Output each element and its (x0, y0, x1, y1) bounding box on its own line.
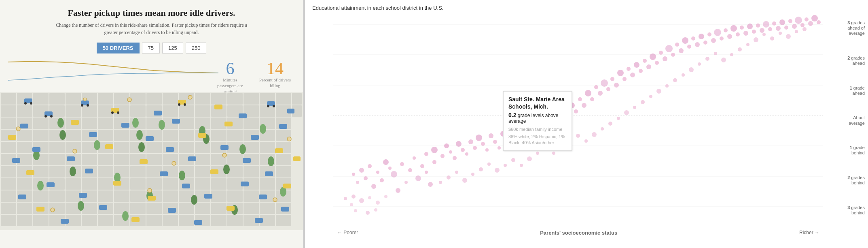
svg-point-435 (808, 21, 813, 26)
svg-rect-113 (33, 166, 49, 177)
svg-point-328 (420, 164, 424, 168)
svg-point-311 (352, 173, 355, 176)
svg-point-441 (462, 178, 467, 183)
svg-point-388 (617, 70, 624, 76)
svg-point-280 (287, 137, 291, 141)
svg-point-331 (432, 160, 436, 164)
svg-point-399 (663, 56, 667, 61)
svg-point-278 (73, 149, 77, 153)
svg-point-458 (601, 127, 604, 130)
svg-point-355 (485, 148, 489, 152)
svg-rect-25 (82, 105, 97, 117)
svg-rect-247 (287, 109, 294, 113)
svg-rect-256 (8, 135, 16, 140)
svg-rect-30 (163, 105, 178, 117)
svg-point-434 (804, 17, 809, 21)
svg-rect-250 (20, 124, 28, 128)
svg-point-337 (376, 201, 380, 205)
svg-point-349 (461, 148, 465, 152)
svg-point-213 (268, 156, 274, 166)
svg-point-394 (643, 59, 647, 63)
svg-point-237 (273, 105, 275, 107)
svg-rect-200 (276, 215, 291, 226)
svg-rect-13 (195, 93, 210, 105)
x-label-poorer: ← Poorer (337, 230, 358, 236)
svg-point-471 (705, 57, 709, 61)
svg-rect-269 (188, 156, 196, 161)
svg-rect-176 (179, 203, 194, 214)
svg-point-416 (730, 25, 737, 32)
svg-point-419 (743, 31, 748, 36)
svg-rect-3 (33, 93, 49, 105)
svg-rect-125 (227, 166, 243, 177)
svg-rect-117 (98, 166, 113, 177)
svg-point-248 (127, 98, 131, 102)
tooltip-detail-race: 88% white; 2% Hispanic; 1% Black; 40% As… (508, 134, 567, 146)
svg-point-395 (646, 64, 651, 69)
svg-rect-270 (243, 158, 251, 163)
y-label-about-average: Aboutaverage (847, 115, 865, 126)
svg-point-322 (400, 162, 404, 166)
svg-point-207 (159, 120, 165, 130)
svg-rect-298 (131, 217, 140, 222)
chart-container: 6 Minutespassengers arewaiting 14 Percen… (0, 56, 303, 92)
driver-btn-75[interactable]: 75 (142, 43, 160, 53)
svg-rect-78 (49, 142, 65, 153)
svg-point-417 (736, 32, 740, 36)
svg-point-409 (703, 41, 707, 45)
svg-point-421 (752, 30, 756, 34)
svg-rect-39 (1, 118, 16, 129)
y-label-2-ahead: 2 gradesahead (847, 56, 865, 66)
svg-point-418 (740, 26, 744, 30)
svg-point-459 (608, 122, 612, 126)
svg-rect-61 (66, 130, 81, 141)
svg-rect-263 (166, 147, 174, 152)
svg-point-242 (111, 111, 114, 114)
svg-rect-9 (130, 93, 146, 105)
svg-rect-52 (211, 118, 227, 129)
svg-point-323 (404, 181, 408, 184)
svg-point-234 (184, 103, 186, 106)
svg-point-482 (795, 30, 798, 33)
svg-rect-185 (33, 215, 49, 226)
svg-rect-165 (1, 203, 16, 214)
svg-rect-45 (98, 118, 113, 129)
svg-point-440 (455, 171, 458, 174)
svg-rect-267 (67, 156, 75, 161)
svg-rect-31 (179, 105, 194, 117)
svg-rect-128 (276, 166, 291, 177)
svg-point-466 (665, 84, 669, 88)
svg-rect-26 (98, 105, 113, 117)
svg-point-319 (380, 178, 384, 182)
svg-point-317 (356, 181, 359, 184)
driver-btn-125[interactable]: 125 (162, 43, 183, 53)
svg-point-387 (614, 83, 619, 88)
driver-buttons: 50 DRIVERS 75 125 250 (97, 43, 207, 53)
driver-btn-50[interactable]: 50 DRIVERS (97, 43, 140, 53)
svg-rect-265 (275, 148, 283, 153)
svg-rect-137 (130, 178, 146, 190)
svg-point-460 (617, 117, 620, 120)
driver-btn-250[interactable]: 250 (186, 43, 207, 53)
svg-point-424 (763, 21, 769, 28)
svg-rect-64 (114, 130, 129, 141)
svg-point-351 (468, 139, 473, 144)
tooltip-school-name: Sault Ste. Marie Area Schools, Mich. (508, 96, 567, 110)
svg-point-473 (721, 58, 726, 62)
svg-rect-75 (1, 142, 16, 153)
svg-point-315 (383, 159, 389, 165)
svg-point-438 (439, 181, 442, 184)
svg-rect-299 (194, 220, 202, 225)
svg-point-343 (431, 147, 438, 153)
y-label-1-ahead: 1 gradeahead (847, 86, 865, 96)
svg-rect-5 (66, 93, 81, 105)
svg-point-400 (665, 45, 673, 52)
tooltip: Sault Ste. Marie Area Schools, Mich. 0.2… (503, 91, 572, 151)
svg-rect-192 (146, 215, 162, 226)
svg-rect-287 (18, 195, 26, 199)
svg-point-456 (584, 139, 588, 143)
svg-rect-294 (168, 208, 176, 213)
svg-point-392 (634, 62, 639, 68)
svg-point-206 (138, 142, 145, 152)
svg-point-201 (57, 118, 64, 128)
